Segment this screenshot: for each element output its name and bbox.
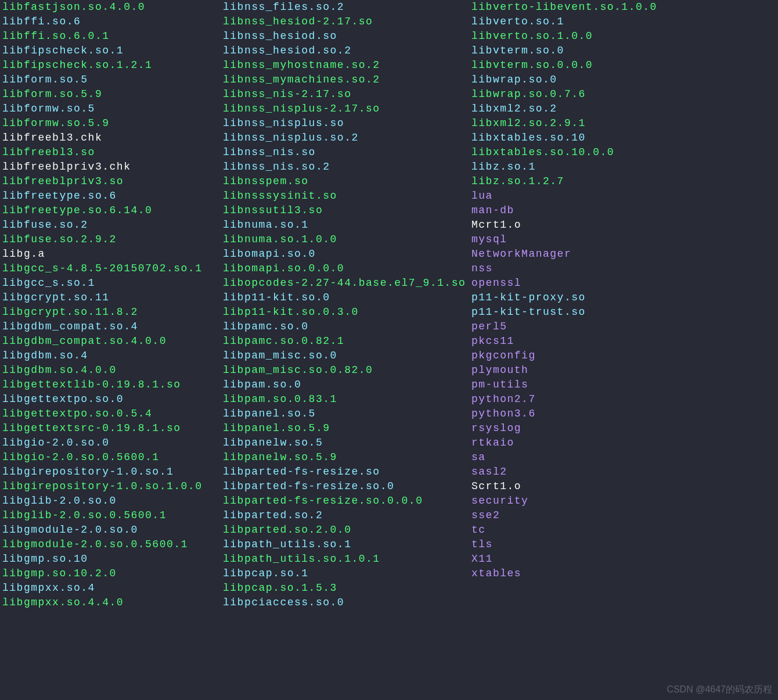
file-entry: mysql [471,232,773,247]
file-entry: libgmodule-2.0.so.0 [2,523,223,537]
file-entry: libfipscheck.so.1 [2,44,223,58]
terminal-output[interactable]: libfastjson.so.4.0.0libffi.so.6libffi.so… [0,0,778,610]
file-entry: libxtables.so.10 [471,131,773,145]
file-entry: libgettextlib-0.19.8.1.so [2,378,223,392]
file-entry: libpath_utils.so.1 [223,537,471,552]
file-entry: libgmp.so.10.2.0 [2,566,223,581]
file-entry: libfreetype.so.6.14.0 [2,203,223,218]
file-entry: libparted.so.2.0.0 [223,523,471,537]
file-entry: libgdbm.so.4 [2,349,223,363]
file-entry: libglib-2.0.so.0.5600.1 [2,508,223,523]
file-entry: libgcc_s.so.1 [2,276,223,290]
file-entry: libpam_misc.so.0.82.0 [223,363,471,378]
file-entry: nss [471,261,773,276]
file-entry: tc [471,523,773,537]
file-entry: libgcrypt.so.11.8.2 [2,305,223,320]
file-entry: libfastjson.so.4.0.0 [2,0,223,15]
file-entry: pm-utils [471,378,773,392]
file-entry: libpanel.so.5.9 [223,421,471,436]
file-entry: libpamc.so.0 [223,320,471,334]
file-entry: lua [471,189,773,203]
file-entry: libpamc.so.0.82.1 [223,334,471,349]
file-entry: libxtables.so.10.0.0 [471,145,773,160]
file-entry: libp11-kit.so.0.3.0 [223,305,471,320]
file-entry: Mcrt1.o [471,218,773,232]
file-entry: libnuma.so.1.0.0 [223,232,471,247]
file-entry: libfreetype.so.6 [2,189,223,203]
file-entry: libnssutil3.so [223,203,471,218]
file-entry: libnss_nis-2.17.so [223,87,471,102]
file-entry: libvterm.so.0.0.0 [471,58,773,73]
file-entry: libnsspem.so [223,174,471,189]
file-entry: rtkaio [471,436,773,450]
file-entry: libgmpxx.so.4 [2,581,223,595]
watermark-text: CSDN @4647的码农历程 [667,682,772,697]
file-entry: libnss_nis.so.2 [223,160,471,174]
file-entry: libvterm.so.0 [471,44,773,58]
file-entry: libnss_nisplus-2.17.so [223,102,471,116]
file-entry: libopcodes-2.27-44.base.el7_9.1.so [223,276,471,290]
file-entry: libparted-fs-resize.so.0 [223,479,471,494]
file-entry: libfreebl3.chk [2,131,223,145]
file-entry: Scrt1.o [471,479,773,494]
file-entry: libp11-kit.so.0 [223,290,471,305]
file-entry: libomapi.so.0 [223,247,471,261]
file-entry: libnss_nisplus.so.2 [223,131,471,145]
file-entry: tls [471,537,773,552]
file-entry: openssl [471,276,773,290]
file-entry: libfipscheck.so.1.2.1 [2,58,223,73]
file-entry: libfreebl3.so [2,145,223,160]
file-entry: libomapi.so.0.0.0 [223,261,471,276]
file-entry: libg.a [2,247,223,261]
file-entry: libnss_hesiod.so [223,29,471,44]
file-entry: libgdbm_compat.so.4 [2,320,223,334]
file-entry: security [471,494,773,508]
file-entry: pkcs11 [471,334,773,349]
file-entry: libgirepository-1.0.so.1.0.0 [2,479,223,494]
file-entry: libformw.so.5 [2,102,223,116]
file-entry: libverto-libevent.so.1.0.0 [471,0,773,15]
file-entry: libparted-fs-resize.so [223,465,471,479]
file-entry: libglib-2.0.so.0 [2,494,223,508]
file-entry: libz.so.1.2.7 [471,174,773,189]
file-entry: libfuse.so.2.9.2 [2,232,223,247]
file-entry: libfreeblpriv3.so [2,174,223,189]
file-entry: p11-kit-proxy.so [471,290,773,305]
file-entry: libnuma.so.1 [223,218,471,232]
file-entry: libgirepository-1.0.so.1 [2,465,223,479]
file-entry: libgmpxx.so.4.4.0 [2,595,223,610]
file-entry: plymouth [471,363,773,378]
file-entry: libpciaccess.so.0 [223,595,471,610]
file-entry: libfuse.so.2 [2,218,223,232]
file-entry: libparted.so.2 [223,508,471,523]
file-entry: libform.so.5 [2,73,223,87]
ls-column-1: libfastjson.so.4.0.0libffi.so.6libffi.so… [2,0,223,610]
file-entry: libpam.so.0.83.1 [223,392,471,407]
file-entry: rsyslog [471,421,773,436]
file-entry: libverto.so.1 [471,15,773,29]
file-entry: man-db [471,203,773,218]
ls-column-3: libverto-libevent.so.1.0.0libverto.so.1l… [471,0,773,610]
file-entry: libz.so.1 [471,160,773,174]
file-entry: sa [471,450,773,465]
file-entry: libpam.so.0 [223,378,471,392]
file-entry: python2.7 [471,392,773,407]
file-entry: libnss_hesiod-2.17.so [223,15,471,29]
file-entry: libgmp.so.10 [2,552,223,566]
file-entry: libpam_misc.so.0 [223,349,471,363]
file-entry: libgmodule-2.0.so.0.5600.1 [2,537,223,552]
file-entry: libfreeblpriv3.chk [2,160,223,174]
file-entry: libform.so.5.9 [2,87,223,102]
file-entry: libnss_nisplus.so [223,116,471,131]
file-entry: libnss_nis.so [223,145,471,160]
file-entry: NetworkManager [471,247,773,261]
file-entry: libgio-2.0.so.0.5600.1 [2,450,223,465]
file-entry: sse2 [471,508,773,523]
file-entry: libverto.so.1.0.0 [471,29,773,44]
file-entry: libpcap.so.1 [223,566,471,581]
ls-column-2: libnss_files.so.2libnss_hesiod-2.17.soli… [223,0,471,610]
file-entry: libpanelw.so.5.9 [223,450,471,465]
file-entry: python3.6 [471,407,773,421]
file-entry: libgettextpo.so.0 [2,392,223,407]
file-entry: libxml2.so.2.9.1 [471,116,773,131]
